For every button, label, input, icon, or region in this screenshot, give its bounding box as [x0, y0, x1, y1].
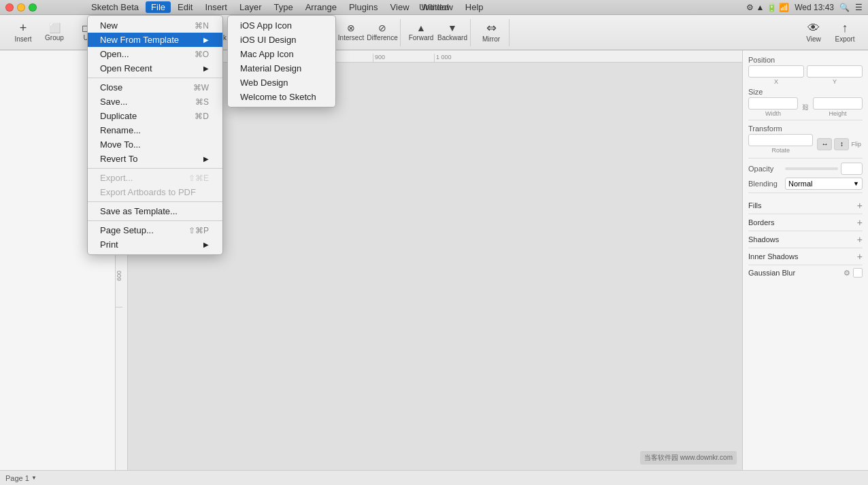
scale-button[interactable]: ⊕ Scale — [235, 20, 265, 46]
position-section: Position X Y — [748, 56, 863, 85]
mirror-button[interactable]: ⇔ Mirror — [476, 20, 506, 46]
search-icon[interactable]: 🔍 — [839, 3, 850, 12]
menu-view[interactable]: View — [385, 1, 415, 13]
menu-plugins[interactable]: Plugins — [344, 1, 384, 13]
x-field: X — [748, 65, 804, 85]
insert-button[interactable]: + Insert — [8, 20, 38, 46]
blending-row: Blending Normal ▼ — [748, 178, 863, 190]
gaussian-blur-label: Gaussian Blur — [748, 269, 795, 277]
subtract-button[interactable]: ⊖ Subtract — [305, 20, 335, 46]
difference-button[interactable]: ⊘ Difference — [367, 20, 397, 46]
menu-type[interactable]: Type — [269, 1, 299, 13]
opacity-slider[interactable] — [785, 167, 838, 170]
close-button[interactable] — [5, 3, 14, 12]
minimize-button[interactable] — [17, 3, 25, 12]
y-input[interactable] — [807, 65, 863, 78]
window-title: Untitled — [419, 2, 449, 12]
page-chevron-icon: ▼ — [31, 475, 37, 481]
x-label: X — [748, 78, 804, 85]
width-input[interactable] — [748, 97, 798, 110]
gaussian-blur-checkbox[interactable] — [853, 268, 863, 278]
borders-add-icon[interactable]: + — [857, 217, 863, 228]
ungroup-icon: ◻ — [82, 23, 90, 33]
x-input[interactable] — [748, 65, 804, 78]
union-button[interactable]: ⊔ Union — [273, 20, 303, 46]
difference-icon: ⊘ — [378, 23, 386, 33]
insert-icon: + — [20, 22, 27, 34]
blending-select[interactable]: Normal ▼ — [785, 178, 863, 190]
blending-label: Blending — [748, 180, 782, 188]
opacity-input[interactable] — [841, 163, 863, 175]
menu-sketch-beta[interactable]: Sketch Beta — [86, 1, 144, 13]
watermark: 当客软件园 www.downkr.com — [640, 451, 737, 465]
height-input[interactable] — [813, 97, 863, 110]
traffic-lights — [5, 3, 37, 12]
opacity-label: Opacity — [748, 165, 782, 173]
right-panel: Position X Y Size Width — [742, 50, 868, 470]
toolbar-group-transform: ⊡ Transform ↻ Rotate ⬤ Flatten ◑ Mask ⊕ … — [107, 19, 268, 46]
height-field: Height — [813, 97, 863, 117]
fills-row: Fills + — [748, 197, 863, 214]
borders-section: Borders + — [748, 214, 863, 231]
union-icon: ⊔ — [285, 23, 293, 33]
menu-layer[interactable]: Layer — [234, 1, 267, 13]
opacity-section: Opacity Blending Normal ▼ — [748, 158, 863, 190]
menu-insert[interactable]: Insert — [199, 1, 233, 13]
gaussian-blur-settings-icon[interactable]: ⚙ — [844, 269, 850, 278]
rotate-icon: ↻ — [151, 22, 161, 34]
group-button[interactable]: ⬜ Group — [39, 20, 69, 46]
mask-icon: ◑ — [214, 23, 222, 33]
rotate-button[interactable]: ↻ Rotate — [141, 20, 171, 46]
titlebar-right: ⚙ ▲ 🔋 📶 Wed 13:43 🔍 ☰ — [746, 3, 863, 12]
fills-add-icon[interactable]: + — [857, 200, 863, 211]
ungroup-button[interactable]: ◻ U — [71, 20, 101, 46]
group-icon: ⬜ — [49, 23, 61, 33]
link-icon: ⛓ — [801, 97, 810, 117]
rotate-label: Rotate — [748, 147, 813, 154]
status-icons: ⚙ ▲ 🔋 📶 — [746, 3, 789, 12]
scale-icon: ⊕ — [246, 23, 254, 33]
mirror-icon: ⇔ — [486, 22, 497, 34]
toolbar-group-boolean: ⊔ Union ⊖ Subtract ⊗ Intersect ⊘ Differe… — [271, 19, 401, 46]
gaussian-blur-row: Gaussian Blur ⚙ — [748, 265, 863, 280]
page-selector[interactable]: Page 1 ▼ — [5, 474, 37, 482]
transform-label: Transform — [748, 124, 863, 133]
inner-shadows-add-icon[interactable]: + — [857, 251, 863, 262]
ruler-horizontal: 500 600 700 800 900 1 000 — [128, 50, 742, 63]
rotate-input[interactable] — [748, 134, 813, 146]
canvas-area[interactable]: 500 600 700 800 900 1 000 300 400 500 60… — [116, 50, 742, 470]
menu-help[interactable]: Help — [460, 1, 489, 13]
toolbar-group-right: 👁 View ↑ Export — [796, 19, 863, 46]
forward-button[interactable]: ▲ Forward — [406, 20, 436, 46]
menu-edit[interactable]: Edit — [172, 1, 198, 13]
transform-section: Transform Rotate ↔ ↕ Flip — [748, 120, 863, 154]
transform-button[interactable]: ⊡ Transform — [110, 20, 139, 46]
export-button[interactable]: ↑ Export — [830, 20, 860, 46]
shadows-add-icon[interactable]: + — [857, 234, 863, 245]
inner-shadows-label: Inner Shadows — [748, 252, 798, 261]
backward-button[interactable]: ▼ Backward — [437, 20, 467, 46]
clock: Wed 13:43 — [795, 3, 834, 12]
canvas[interactable] — [128, 63, 742, 470]
maximize-button[interactable] — [29, 3, 37, 12]
gaussian-blur-section: Gaussian Blur ⚙ — [748, 265, 863, 280]
mask-button[interactable]: ◑ Mask — [203, 20, 233, 46]
flip-v-button[interactable]: ↕ — [834, 138, 849, 150]
flip-h-button[interactable]: ↔ — [817, 138, 832, 150]
toolbar-group-insert: + Insert ⬜ Group ◻ U — [5, 19, 104, 46]
blending-chevron-icon: ▼ — [853, 180, 859, 187]
left-panel — [0, 50, 116, 470]
menu-file[interactable]: File — [146, 1, 171, 13]
flatten-button[interactable]: ⬤ Flatten — [172, 20, 202, 46]
main-area: 500 600 700 800 900 1 000 300 400 500 60… — [0, 50, 868, 470]
toolbar-group-mirror: ⇔ Mirror — [473, 19, 510, 46]
menu-arrange[interactable]: Arrange — [300, 1, 342, 13]
intersect-icon: ⊗ — [347, 23, 355, 33]
intersect-button[interactable]: ⊗ Intersect — [336, 20, 366, 46]
view-button[interactable]: 👁 View — [799, 20, 829, 46]
bottom-bar: Page 1 ▼ — [0, 470, 868, 485]
size-label: Size — [748, 88, 863, 96]
size-section: Size Width ⛓ Height — [748, 88, 863, 117]
menu-icon[interactable]: ☰ — [855, 3, 863, 12]
rotate-field: Rotate — [748, 134, 813, 154]
